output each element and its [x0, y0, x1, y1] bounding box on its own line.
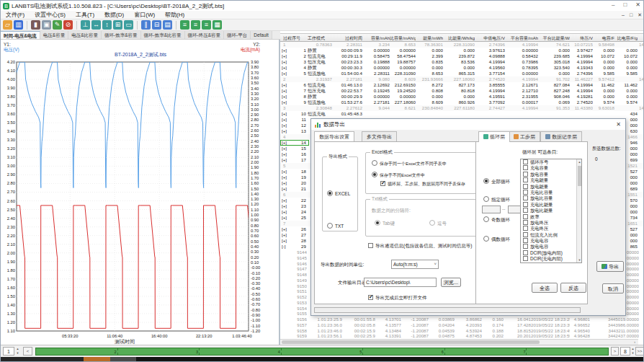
chart-tab-3[interactable]: 循环-效率&容量: [102, 31, 141, 39]
scrollbar-thumb[interactable]: [282, 340, 540, 344]
expand-icon[interactable]: [+]: [282, 180, 290, 186]
list-item[interactable]: DCIR(放电内阻): [521, 250, 581, 256]
prev-page-button[interactable]: <: [23, 347, 32, 356]
expand-icon[interactable]: [+]: [282, 94, 290, 100]
item-checkbox[interactable]: [523, 214, 528, 219]
cycle-summary-row[interactable]: 22.319372.271819.0808.609231.93666227.18…: [280, 76, 644, 82]
chart-plot[interactable]: [1, 40, 280, 345]
odd-cycles-radio[interactable]: 奇数循环: [483, 216, 510, 224]
window-horizontal-icon[interactable]: ⊟: [152, 20, 161, 30]
column-header[interactable]: 能量/mWh: [416, 35, 443, 42]
record-row[interactable]: 91591.01:23:56.100:02:25.94.13391-1.2008…: [280, 333, 644, 339]
tab-step-layer[interactable]: 工步层: [509, 131, 540, 141]
menu-item-4[interactable]: 窗口(W): [129, 11, 160, 19]
page-end-spin-icons[interactable]: ▲▼: [630, 347, 635, 356]
expand-icon[interactable]: [+]: [282, 169, 290, 175]
step-row[interactable]: [+]10恒流充电01:45:48.3434: [280, 111, 644, 117]
step-row[interactable]: [+]5恒流放电01:54:00.42.28311228.310908.6538…: [280, 71, 644, 76]
expand-icon[interactable]: [+]: [282, 123, 290, 128]
txt-format-radio[interactable]: TXT: [327, 223, 344, 229]
expand-icon[interactable]: [+]: [282, 71, 290, 76]
item-checkbox[interactable]: [523, 177, 528, 182]
menu-item-5[interactable]: 帮助(H): [160, 11, 189, 19]
select-all-button[interactable]: 全选: [532, 283, 558, 293]
scrollbar-right-icon[interactable]: ›: [631, 340, 638, 345]
expand-icon[interactable]: [+]: [282, 48, 290, 53]
time-unit-select[interactable]: Auto(h:m:s): [391, 260, 439, 269]
chart-edit-icon[interactable]: ✎: [53, 20, 62, 30]
item-checkbox[interactable]: [523, 256, 528, 261]
record-row[interactable]: 91571.01:23:36.000:02:05.84.13577-1.2008…: [280, 322, 644, 328]
cycle-summary-row[interactable]: 10.783632.283113.2348.65378.36301228.310…: [280, 42, 644, 48]
column-header[interactable]: 容量/mAh: [362, 35, 390, 42]
list-item[interactable]: 充电容量: [521, 165, 581, 171]
list-scroll-up-icon[interactable]: ▲: [577, 160, 582, 164]
list-scroll-thumb[interactable]: [578, 166, 581, 186]
channel-info-checkbox[interactable]: 导出通道信息(包括设备信息、测试时间信息等): [368, 243, 472, 250]
chart-tab-4[interactable]: 循环-效率&比容量: [141, 31, 185, 39]
column-header[interactable]: 工作模式: [308, 35, 332, 42]
expand-icon[interactable]: [+]: [282, 232, 290, 238]
list-item[interactable]: 循环序号: [521, 159, 581, 165]
list-item[interactable]: 放电终压: [521, 220, 581, 226]
item-checkbox[interactable]: [523, 250, 528, 255]
page-start-spin-icons[interactable]: ▲▼: [15, 347, 20, 356]
expand-icon[interactable]: [+]: [282, 82, 290, 88]
item-checkbox[interactable]: [523, 208, 528, 213]
list-item[interactable]: 充电能量: [521, 177, 581, 183]
copy-icon[interactable]: ▣: [42, 20, 51, 30]
expand-icon[interactable]: [+]: [282, 151, 290, 157]
expand-icon[interactable]: [+]: [282, 226, 290, 232]
column-header[interactable]: 比能量/Wh/kg: [443, 35, 475, 42]
column-header[interactable]: 中值电压/V: [475, 35, 505, 42]
tab-key-radio[interactable]: Tab键: [375, 220, 395, 227]
tab-record-layer[interactable]: 数据记录层: [540, 131, 582, 141]
cycle-summary-row[interactable]: 32.308482.276129.0448.621230.84840227.61…: [280, 105, 644, 111]
device-icon[interactable]: ▮: [31, 20, 40, 30]
step-row[interactable]: [+]7恒压充电00:22:53.70.1924519.245200.80880…: [280, 88, 644, 94]
mdi-minimize-button[interactable]: ‒: [622, 11, 625, 19]
excel-format-radio[interactable]: EXCEL: [327, 190, 350, 196]
mdi-close-button[interactable]: ✕: [638, 11, 642, 19]
last-page-button[interactable]: >>: [635, 347, 644, 356]
page-end-spinner[interactable]: 8: [620, 347, 630, 356]
expand-icon[interactable]: [+]: [282, 65, 290, 71]
export-button[interactable]: 导出: [596, 261, 624, 272]
step-row[interactable]: [+]9恒流放电01:53:27.62.27181227.180608.6098…: [280, 100, 644, 105]
same-file-radio[interactable]: 保存于同一个Excel文件不同子表中: [372, 160, 447, 167]
zoom-box-icon[interactable]: ▭: [124, 20, 133, 30]
tab-export-settings[interactable]: 数据导出设置: [314, 131, 354, 142]
column-header[interactable]: 比容量/mAh/g: [390, 35, 416, 42]
separate-sheets-checkbox[interactable]: 循环层、工步层、数据层用不同子表保存: [380, 181, 465, 187]
item-checkbox[interactable]: [523, 165, 528, 170]
list-item[interactable]: 放电能量: [521, 184, 581, 190]
dialog-close-icon[interactable]: ✕: [616, 119, 621, 130]
chart-tab-6[interactable]: 循环-平台: [224, 31, 251, 39]
chart-tab-0[interactable]: 时间-电压&电流: [1, 31, 40, 39]
open-file-icon[interactable]: ▱: [3, 20, 12, 30]
list-scrollbar[interactable]: ▲ ▼: [576, 159, 581, 262]
even-cycles-radio[interactable]: 偶数循环: [483, 236, 510, 243]
record-row[interactable]: 91581.01:23:46.000:02:15.94.13484-1.2008…: [280, 328, 644, 334]
all-cycles-radio[interactable]: 全部循环: [483, 178, 510, 185]
expand-icon[interactable]: [+]: [282, 128, 290, 134]
item-checkbox[interactable]: [523, 172, 528, 177]
page-start-spinner[interactable]: 1: [3, 347, 14, 356]
list-item[interactable]: 充电比能量: [521, 202, 581, 208]
column-header[interactable]: 过程时间: [332, 35, 362, 42]
column-header[interactable]: 平台比能量/W: [538, 35, 570, 42]
item-checkbox[interactable]: [523, 184, 528, 189]
menu-item-1[interactable]: 设置中心(S): [30, 11, 71, 19]
item-checkbox[interactable]: [523, 220, 528, 225]
expand-icon[interactable]: [+]: [282, 175, 290, 180]
expand-icon[interactable]: [+]: [282, 59, 290, 65]
column-header[interactable]: 终压/V: [570, 35, 593, 42]
save-icon[interactable]: ▥: [14, 20, 23, 30]
range-cycles-radio[interactable]: 指定循环: [483, 196, 510, 203]
list-all-icon[interactable]: ▦: [213, 20, 222, 30]
range-from-input[interactable]: [482, 206, 501, 213]
list-record-icon[interactable]: ≡: [202, 20, 211, 30]
list-item[interactable]: DCIR(充电内阻): [521, 256, 581, 262]
expand-icon[interactable]: [-]: [282, 244, 290, 250]
chart-tab-7[interactable]: Default: [251, 31, 272, 39]
